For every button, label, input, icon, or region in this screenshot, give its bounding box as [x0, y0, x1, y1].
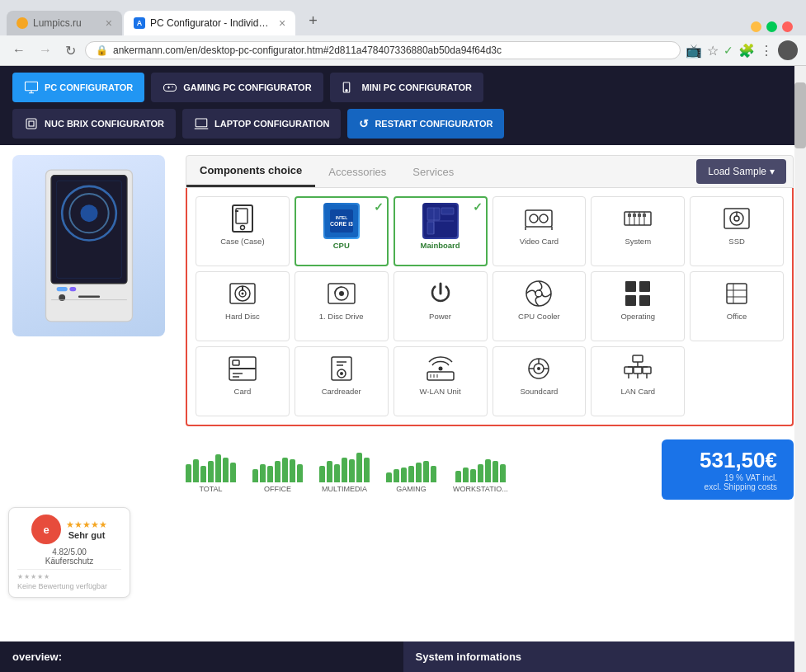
- svg-rect-45: [643, 214, 646, 217]
- configurator-panel: Components choice Accessories Services L…: [186, 155, 794, 506]
- ssd-icon: [720, 202, 753, 235]
- tab-close-ankermann[interactable]: ×: [279, 16, 285, 30]
- cpu-icon: INTEL CORE i3: [323, 203, 360, 239]
- component-ssd[interactable]: SSD: [690, 196, 784, 266]
- svg-rect-86: [633, 355, 643, 362]
- nuc-configurator-button[interactable]: NUC BRIX CONFIGURATOR: [12, 109, 176, 139]
- tab-lumpics[interactable]: Lumpics.ru ×: [7, 11, 122, 35]
- cpu-label: CPU: [333, 241, 350, 250]
- svg-text:CORE i3: CORE i3: [330, 221, 353, 227]
- address-input-container[interactable]: 🔒 ankermann.com/en/desktop-pc-configurat…: [85, 41, 681, 59]
- component-soundcard[interactable]: Soundcard: [493, 346, 587, 416]
- component-office[interactable]: Office: [690, 271, 784, 341]
- svg-point-53: [241, 293, 243, 295]
- price-box: 531,50€ 19 % VAT incl. excl. Shipping co…: [662, 439, 794, 500]
- price-shipping: excl. Shipping costs: [678, 482, 777, 491]
- page-content: PC CONFIGURATOR GAMING PC CONFIGURATOR M…: [0, 66, 806, 672]
- bookmark-icon[interactable]: ☆: [707, 43, 719, 59]
- component-cardreader[interactable]: Cardreader: [295, 346, 389, 416]
- component-lan-card[interactable]: LAN Card: [591, 346, 685, 416]
- tab-components[interactable]: Components choice: [186, 156, 315, 187]
- svg-rect-43: [633, 214, 636, 217]
- scrollbar[interactable]: [794, 66, 806, 672]
- tab-label-lumpics: Lumpics.ru: [33, 17, 82, 29]
- mini-configurator-button[interactable]: MINI PC CONFIGURATOR: [330, 73, 483, 102]
- svg-rect-5: [29, 121, 34, 126]
- svg-point-58: [526, 281, 551, 306]
- operating-icon: [621, 277, 654, 310]
- dropdown-arrow: ▾: [770, 166, 775, 177]
- refresh-button[interactable]: ↻: [61, 41, 80, 60]
- component-cpu[interactable]: ✓ INTEL CORE i3 CPU: [295, 196, 389, 266]
- component-hdd[interactable]: Hard Disc: [196, 271, 290, 341]
- component-wlan[interactable]: W-LAN Unit: [394, 346, 488, 416]
- svg-point-75: [438, 367, 442, 371]
- tab-services[interactable]: Services: [399, 157, 467, 186]
- hdd-label: Hard Disc: [225, 312, 260, 321]
- trust-circle-icon: e: [31, 515, 61, 544]
- lan-card-icon: [621, 352, 654, 385]
- component-case[interactable]: Case (Case): [196, 196, 290, 266]
- pc-case-image: [23, 159, 155, 332]
- svg-rect-63: [639, 295, 650, 306]
- component-cpu-cooler[interactable]: CPU Cooler: [493, 271, 587, 341]
- case-icon: [226, 202, 259, 235]
- trust-divider: [17, 569, 121, 570]
- chart-workstation-label: WORKSTATIO...: [453, 485, 508, 493]
- new-tab-button[interactable]: +: [297, 7, 329, 35]
- chart-workstation: WORKSTATIO...: [453, 446, 508, 493]
- menu-icon[interactable]: ⋮: [760, 43, 773, 59]
- check-icon: ✓: [724, 44, 733, 57]
- tab-accessories[interactable]: Accessories: [315, 157, 399, 186]
- svg-text:INTEL: INTEL: [336, 215, 347, 220]
- svg-rect-62: [625, 295, 636, 306]
- tab-ankermann[interactable]: A PC Configurator - Individual cust... ×: [124, 11, 295, 35]
- component-operating[interactable]: Operating: [591, 271, 685, 341]
- component-mainboard[interactable]: ✓ Mainboard: [394, 196, 488, 266]
- video-card-label: Video Card: [520, 237, 559, 246]
- system-info-panel: System informations: [403, 641, 807, 672]
- svg-rect-16: [78, 295, 99, 298]
- component-card[interactable]: Card: [196, 346, 290, 416]
- operating-label: Operating: [620, 312, 655, 321]
- power-icon: [424, 277, 457, 310]
- chart-gaming: GAMING: [386, 446, 436, 493]
- puzzle-icon[interactable]: 🧩: [738, 43, 755, 59]
- close-button[interactable]: [782, 21, 793, 32]
- svg-point-20: [240, 226, 244, 230]
- chart-multimedia-label: MULTIMEDIA: [322, 485, 367, 493]
- lock-icon: 🔒: [96, 45, 108, 56]
- component-video-card[interactable]: Video Card: [493, 196, 587, 266]
- gaming-configurator-button[interactable]: GAMING PC CONFIGURATOR: [151, 73, 323, 102]
- svg-rect-70: [332, 357, 351, 380]
- cast-icon[interactable]: 📺: [686, 43, 702, 59]
- power-label: Power: [429, 312, 451, 321]
- forward-button[interactable]: →: [35, 41, 56, 59]
- cpu-cooler-label: CPU Cooler: [518, 312, 560, 321]
- trust-score: 4.82/5.00: [17, 547, 121, 557]
- profile-avatar[interactable]: [778, 40, 798, 60]
- scrollbar-thumb[interactable]: [794, 82, 806, 148]
- tab-close-lumpics[interactable]: ×: [106, 16, 112, 30]
- component-system[interactable]: System: [591, 196, 685, 266]
- svg-rect-64: [727, 284, 747, 303]
- component-disc-drive[interactable]: 1. Disc Drive: [295, 271, 389, 341]
- pc-configurator-button[interactable]: PC CONFIGURATOR: [12, 73, 144, 102]
- disc-drive-label: 1. Disc Drive: [319, 312, 364, 321]
- soundcard-icon: [522, 352, 555, 385]
- price-vat: 19 % VAT incl.: [678, 473, 777, 482]
- office-label: Office: [727, 312, 747, 321]
- maximize-button[interactable]: [766, 21, 777, 32]
- svg-rect-8: [51, 176, 127, 284]
- chart-multimedia: MULTIMEDIA: [319, 446, 370, 493]
- minimize-button[interactable]: [751, 21, 761, 32]
- back-button[interactable]: ←: [8, 41, 30, 59]
- component-power[interactable]: Power: [394, 271, 488, 341]
- address-text: ankermann.com/en/desktop-pc-configurator…: [113, 45, 502, 56]
- laptop-configurator-button[interactable]: LAPTOP CONFIGURATION: [182, 109, 341, 139]
- svg-rect-27: [427, 208, 440, 220]
- system-label: System: [625, 237, 651, 246]
- load-sample-button[interactable]: Load Sample ▾: [696, 159, 786, 184]
- restart-configurator-button[interactable]: ↺ RESTART CONFIGURATOR: [347, 109, 504, 139]
- footer-bar: overview: System informations: [0, 641, 806, 672]
